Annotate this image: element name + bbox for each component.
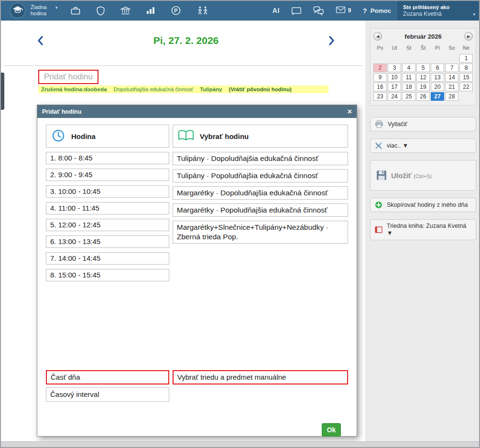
bar-chart-icon[interactable] (146, 6, 155, 15)
save-button[interactable]: Uložiť(Ctrl+S) (370, 160, 476, 191)
calendar-day[interactable]: 3 (388, 64, 401, 72)
calendar-day[interactable]: 19 (416, 83, 430, 91)
calendar-day[interactable]: 15 (459, 73, 473, 82)
lesson-status-label: Žiadna hodina (31, 4, 54, 17)
calendar-prev-month-button[interactable]: ◀ (373, 32, 382, 41)
calendar-day[interactable]: 5 (416, 64, 430, 72)
calendar-day[interactable]: 4 (402, 64, 415, 72)
lesson-list: Tulipány · Dopoludňajšia edukačná činnos… (173, 152, 348, 244)
shield-icon[interactable] (96, 6, 105, 16)
calendar-next-month-button[interactable]: ▶ (464, 32, 473, 41)
calendar-day[interactable]: 13 (431, 73, 444, 82)
calendar-day[interactable]: 20 (431, 83, 444, 91)
school-logo-button[interactable] (10, 2, 26, 19)
calendar-empty-cell (402, 54, 415, 63)
chevron-right-icon (328, 35, 336, 46)
period-column-header: Hodina (46, 125, 169, 148)
mail-button[interactable]: 9 (336, 6, 351, 15)
chevron-down-icon: ▾ (55, 5, 58, 10)
calendar-day[interactable]: 1 (459, 54, 473, 63)
calendar-day[interactable]: 17 (388, 83, 401, 91)
calendar-day[interactable]: 25 (402, 92, 415, 101)
logged-in-user-dropdown[interactable]: Ste prihlásený ako Zuzana Kvetná ▾ (398, 1, 479, 21)
help-label: Pomoc (371, 7, 391, 14)
topbar-right-group: AI 9 ? Pomoc (273, 6, 391, 15)
lesson-item[interactable]: Margarétky · Popoludňajšia edukačná činn… (173, 203, 348, 217)
period-item[interactable]: 7. 14:00 - 14:45 (46, 252, 169, 265)
calendar-day[interactable]: 9 (373, 73, 387, 82)
print-button[interactable]: Vytlačiť (370, 117, 476, 131)
calendar-day[interactable]: 14 (445, 73, 458, 82)
calendar-empty-cell (416, 54, 430, 63)
calendar-day[interactable]: 18 (402, 83, 415, 91)
bank-icon[interactable] (120, 6, 131, 15)
prev-day-button[interactable] (34, 33, 46, 48)
more-options-button[interactable]: viac.. ▼ (370, 139, 476, 153)
calendar-day[interactable]: 21 (445, 83, 458, 91)
ai-button[interactable]: AI (273, 7, 280, 14)
calendar-day[interactable]: 23 (373, 92, 387, 101)
lesson-item[interactable]: Tulipány · Popoludňajšia edukačná činnos… (173, 169, 348, 182)
lesson-item[interactable]: Margarétky · Dopoludňajšia edukačná činn… (173, 186, 348, 200)
calendar-day[interactable]: 26 (416, 92, 430, 101)
calendar-day[interactable]: 10 (388, 73, 401, 82)
calendar-day[interactable]: 16 (373, 83, 387, 91)
logged-in-as-label: Ste prihlásený ako (403, 4, 469, 11)
more-options-label: viac.. ▼ (387, 142, 408, 149)
calendar-day[interactable]: 2 (373, 64, 387, 72)
svg-text:P: P (174, 8, 177, 13)
cancelled-subject: Dopoludňajšia edukačná činnosť (113, 86, 193, 92)
mail-count-badge: 9 (348, 7, 351, 14)
open-book-icon (178, 129, 194, 143)
calendar-empty-cell (373, 54, 387, 63)
period-header-label: Hodina (71, 132, 96, 140)
manual-class-subject-option[interactable]: Vybrať triedu a predmet manuálne (173, 370, 348, 384)
part-of-day-option[interactable]: Časť dňa (46, 370, 169, 384)
period-item[interactable]: 3. 10:00 - 10:45 (46, 185, 169, 198)
lesson-item[interactable]: Margarétky+Slnečnice+Tulipány+Nezábudky … (173, 221, 348, 244)
class-book-icon (375, 226, 382, 233)
calendar-day[interactable]: 12 (416, 73, 430, 82)
ok-button[interactable]: Ok (322, 423, 341, 437)
next-day-button[interactable] (326, 33, 338, 48)
restore-lesson-link[interactable]: (Vrátiť pôvodnú hodinu) (229, 86, 292, 92)
period-item[interactable]: 1. 8:00 - 8:45 (46, 152, 169, 164)
time-interval-option[interactable]: Časový interval (46, 387, 169, 402)
close-icon[interactable]: × (348, 108, 352, 116)
calendar-day[interactable]: 8 (459, 64, 473, 72)
calendar-day[interactable]: 11 (402, 73, 415, 82)
help-button[interactable]: ? Pomoc (362, 7, 391, 15)
modal-title: Pridať hodinu (42, 108, 81, 115)
parking-circle-icon[interactable]: P (171, 5, 181, 16)
cast-icon[interactable] (291, 6, 302, 15)
lesson-item[interactable]: Tulipány · Dopoludňajšia edukačná činnos… (173, 152, 348, 165)
calendar-day[interactable]: 6 (431, 64, 444, 72)
tools-icon (375, 142, 382, 149)
class-book-button[interactable]: Triedna kniha: Zuzana Kvetná ▼ (370, 219, 476, 240)
period-item[interactable]: 6. 13:00 - 13:45 (46, 235, 169, 248)
app-window: Žiadna hodina ▾ P AI (0, 0, 480, 448)
topbar-icon-nav: P (70, 5, 209, 16)
calendar-day[interactable]: 27 (431, 92, 444, 101)
calendar-day[interactable]: 22 (459, 83, 473, 91)
calendar-day-header: Ne (459, 43, 473, 53)
period-item[interactable]: 5. 12:00 - 12:45 (46, 219, 169, 231)
calendar-day-header: Pi (431, 43, 444, 53)
clock-icon (51, 128, 65, 144)
calendar-day[interactable]: 7 (445, 64, 458, 72)
period-item[interactable]: 2. 9:00 - 9:45 (46, 169, 169, 181)
copy-lessons-button[interactable]: Skopírovať hodiny z iného dňa (370, 198, 476, 212)
graduation-cap-icon (12, 5, 23, 16)
chat-icon[interactable] (313, 6, 324, 15)
add-lesson-button[interactable]: Pridať hodinu (38, 70, 98, 84)
calendar-day[interactable]: 28 (445, 92, 458, 101)
period-item[interactable]: 4. 11:00 - 11:45 (46, 202, 169, 214)
calendar-empty-cell (431, 54, 444, 63)
briefcase-icon[interactable] (70, 6, 81, 15)
period-item[interactable]: 8. 15:00 - 15:45 (46, 269, 169, 281)
floppy-disk-icon (376, 170, 387, 181)
lesson-status-dropdown[interactable]: Žiadna hodina ▾ (31, 4, 58, 17)
calendar-day[interactable]: 24 (388, 92, 401, 101)
collapsed-panel-handle[interactable] (1, 73, 4, 110)
walking-people-icon[interactable] (196, 6, 209, 16)
